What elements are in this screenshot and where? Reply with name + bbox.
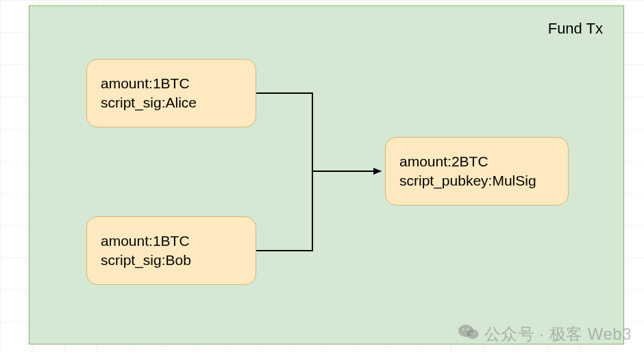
watermark-text: 公众号 · 极客 Web3 (484, 323, 632, 345)
svg-point-3 (467, 329, 469, 331)
input-node-alice: amount:1BTC script_sig:Alice (86, 59, 256, 127)
output-node-mulsig: amount:2BTC script_pubkey:MulSig (385, 137, 569, 205)
input-alice-script: script_sig:Alice (101, 93, 256, 112)
svg-point-5 (473, 332, 475, 334)
input-bob-script: script_sig:Bob (101, 251, 256, 270)
svg-point-2 (462, 329, 465, 331)
input-alice-amount: amount:1BTC (101, 74, 256, 93)
output-amount: amount:2BTC (399, 152, 568, 171)
input-bob-amount: amount:1BTC (101, 231, 256, 251)
input-node-bob: amount:1BTC script_sig:Bob (86, 216, 256, 285)
watermark: 公众号 · 极客 Web3 (458, 323, 632, 345)
container-title: Fund Tx (548, 20, 603, 38)
diagram-canvas: Fund Tx amount:1BTC script_sig:Alice amo… (0, 0, 644, 352)
output-script: script_pubkey:MulSig (399, 171, 568, 190)
svg-point-1 (467, 329, 478, 339)
svg-point-4 (470, 332, 471, 334)
wechat-icon (458, 323, 479, 346)
